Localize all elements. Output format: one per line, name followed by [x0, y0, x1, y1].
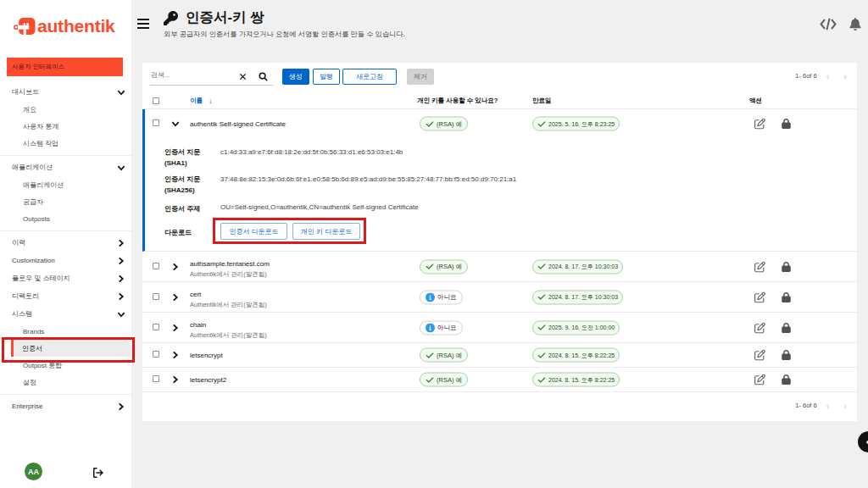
- certificate-name: authentik Self-signed Certificate: [190, 120, 286, 128]
- certificate-key-button[interactable]: [782, 350, 791, 360]
- table-row[interactable]: authsample.fentanest.comAuthentik에서 관리(발…: [142, 252, 857, 282]
- certificate-key-button[interactable]: [782, 119, 791, 129]
- floating-overlay-button[interactable]: [858, 431, 868, 452]
- search-box: [150, 69, 273, 86]
- download-certificate-button[interactable]: 인증서 다운로드: [220, 223, 287, 240]
- pagination-top: 1- 6of 6 ‹ ›: [795, 72, 847, 80]
- notification-bell-icon[interactable]: [849, 18, 861, 30]
- row-checkbox[interactable]: [153, 263, 159, 269]
- table-row[interactable]: letsencrypt2(RSA) 예2024. 8. 15. 오후 8:22:…: [142, 368, 857, 392]
- refresh-button[interactable]: 새로고침: [342, 69, 397, 85]
- certificate-name: authsample.fentanest.com: [190, 260, 270, 268]
- sidebar-item-사용자-통계[interactable]: 사용자 통계: [0, 118, 131, 135]
- check-icon: [426, 119, 434, 128]
- sidebar-item-공급자[interactable]: 공급자: [0, 193, 131, 210]
- certificate-key-button[interactable]: [782, 323, 791, 333]
- sidebar-item-이력[interactable]: 이력: [0, 234, 131, 252]
- certificate-key-button[interactable]: [782, 374, 791, 385]
- expand-row-icon[interactable]: [171, 293, 179, 301]
- expand-row-icon[interactable]: [171, 352, 179, 359]
- sidebar-item-customization[interactable]: Customization: [0, 252, 131, 269]
- chevron-right-icon: [117, 257, 125, 264]
- generate-button[interactable]: 발행: [313, 69, 340, 85]
- table-row[interactable]: chainAuthentik에서 관리(발견됨)아니요2025. 9. 16. …: [142, 313, 857, 343]
- private-key-badge: (RSA) 예: [420, 348, 468, 363]
- expiry-badge: 2024. 8. 17. 오후 10:30:03: [532, 290, 623, 304]
- check-icon: [537, 263, 546, 271]
- chevron-right-icon: [171, 324, 179, 331]
- user-interface-button[interactable]: 사용자 인터페이스: [7, 58, 123, 76]
- sidebar-item-플로우-및-스테이지[interactable]: 플로우 및 스테이지: [0, 269, 131, 287]
- column-expiry: 만료일: [532, 97, 552, 105]
- column-name[interactable]: 이름↓: [190, 97, 213, 105]
- create-button[interactable]: 생성: [282, 69, 309, 85]
- certificate-key-button[interactable]: [782, 262, 791, 272]
- sidebar-item-디렉토리[interactable]: 디렉토리: [0, 287, 131, 305]
- row-checkbox[interactable]: [153, 293, 159, 300]
- sidebar-item-시스템[interactable]: 시스템: [0, 305, 131, 323]
- expanded-certificate-details: 인증서 지문(SHA1)c1:4d:33:a9:e7:6f:d8:18:2e:d…: [145, 138, 857, 251]
- pagination-next-icon[interactable]: ›: [843, 402, 847, 409]
- row-checkbox[interactable]: [153, 351, 159, 358]
- private-key-badge: (RSA) 예: [420, 117, 468, 131]
- chevron-right-icon: [117, 402, 125, 410]
- sidebar-item-outposts[interactable]: Outposts: [0, 210, 131, 227]
- collapse-row-icon[interactable]: [171, 120, 180, 128]
- edit-button[interactable]: [754, 322, 765, 333]
- private-key-badge: (RSA) 예: [420, 259, 468, 274]
- pagination-label: 1- 6of 6: [795, 72, 816, 80]
- select-all-checkbox[interactable]: [153, 97, 159, 104]
- check-icon: [537, 324, 546, 332]
- search-icon[interactable]: [259, 72, 268, 81]
- pagination-prev-icon[interactable]: ‹: [826, 402, 830, 409]
- table-row[interactable]: certAuthentik에서 관리(발견됨)아니요2024. 8. 17. 오…: [142, 282, 857, 313]
- sidebar-item-개요[interactable]: 개요: [0, 101, 131, 118]
- row-checkbox[interactable]: [153, 119, 159, 126]
- pagination-next-icon[interactable]: ›: [843, 73, 847, 80]
- search-input[interactable]: [151, 71, 236, 79]
- sidebar-item-애플리케이션[interactable]: 애플리케이션: [0, 158, 131, 176]
- info-icon: [426, 323, 435, 332]
- sidebar-item-애플리케이션[interactable]: 애플리케이션: [0, 176, 131, 193]
- pagination-prev-icon[interactable]: ‹: [826, 73, 830, 80]
- api-browser-icon[interactable]: [820, 18, 837, 30]
- certificate-name: letsencrypt2: [190, 376, 226, 384]
- table-row[interactable]: authentik Self-signed Certificate(RSA) 예…: [145, 109, 857, 138]
- avatar[interactable]: AA: [25, 463, 42, 480]
- sidebar-item-시스템-작업[interactable]: 시스템 작업: [0, 135, 131, 152]
- edit-button[interactable]: [754, 261, 765, 272]
- authentik-logo: authentik: [14, 16, 115, 36]
- certificate-name: letsencrypt: [190, 352, 223, 359]
- row-checkbox[interactable]: [153, 324, 159, 330]
- edit-button[interactable]: [754, 374, 765, 385]
- sidebar-item-대시보드[interactable]: 대시보드: [0, 83, 131, 101]
- certificate-key-button[interactable]: [782, 292, 791, 302]
- table-row[interactable]: letsencrypt(RSA) 예2024. 8. 15. 오후 8:22:2…: [142, 343, 857, 368]
- lock-icon: [782, 292, 791, 302]
- lock-icon: [782, 119, 791, 129]
- sidebar-item-brands[interactable]: Brands: [0, 323, 131, 340]
- private-key-badge: 아니요: [420, 290, 463, 304]
- search-clear-icon[interactable]: [239, 73, 247, 80]
- row-checkbox[interactable]: [153, 375, 159, 382]
- expand-row-icon[interactable]: [171, 376, 179, 384]
- delete-button[interactable]: 제거: [407, 69, 434, 85]
- sidebar-item-설정[interactable]: 설정: [0, 374, 131, 391]
- sidebar-item-enterprise[interactable]: Enterprise: [0, 397, 131, 415]
- edit-button[interactable]: [754, 350, 765, 361]
- sidebar-item-인증서[interactable]: 인증서: [11, 340, 131, 357]
- edit-button[interactable]: [754, 119, 765, 130]
- logout-icon[interactable]: [93, 468, 104, 478]
- menu-toggle-icon[interactable]: [137, 19, 149, 29]
- sidebar-item-outpost-통합[interactable]: Outpost 통합: [0, 357, 131, 374]
- chevron-down-icon: [117, 88, 125, 96]
- edit-icon: [754, 119, 765, 130]
- sha1-label: 인증서 지문(SHA1): [164, 147, 215, 169]
- edit-button[interactable]: [754, 291, 765, 302]
- expand-row-icon[interactable]: [171, 263, 179, 270]
- sidebar: authentik 사용자 인터페이스 대시보드개요사용자 통계시스템 작업애플…: [0, 0, 131, 488]
- certificate-name: cert: [190, 291, 201, 298]
- download-private-key-button[interactable]: 개인 키 다운로드: [292, 223, 360, 240]
- expand-row-icon[interactable]: [171, 324, 179, 331]
- download-label: 다운로드: [164, 227, 215, 238]
